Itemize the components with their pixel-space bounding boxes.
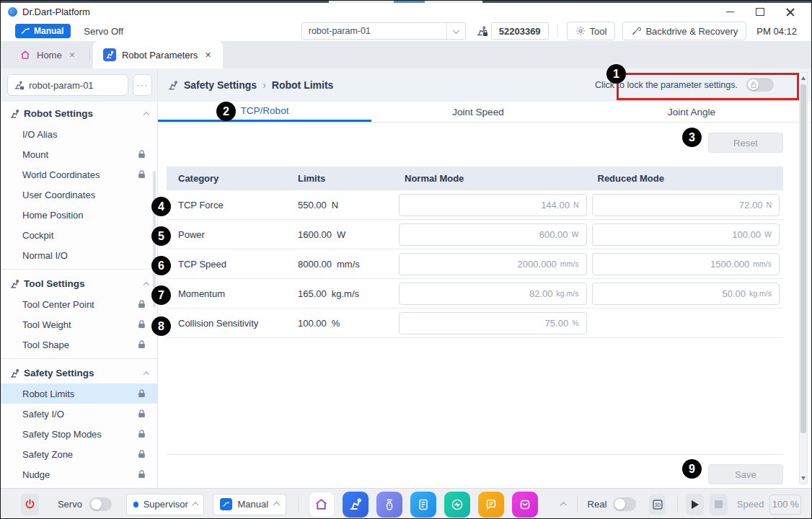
sidebar-item-safety-io[interactable]: Safety I/O bbox=[1, 404, 157, 424]
backdrive-recovery-button[interactable]: Backdrive & Recovery bbox=[622, 22, 746, 40]
app-home[interactable] bbox=[309, 492, 335, 518]
speed-value[interactable]: 100 % bbox=[769, 494, 801, 515]
sidebar-item-cockpit[interactable]: Cockpit bbox=[1, 225, 157, 245]
annotation-2: 2 bbox=[216, 102, 236, 121]
mode-select[interactable]: Manual bbox=[213, 494, 286, 515]
sidebar-item-safety-stop-modes[interactable]: Safety Stop Modes bbox=[1, 424, 157, 444]
sidebar-parameter-name[interactable]: robot-param-01 bbox=[7, 74, 128, 96]
sidebar-item-mount[interactable]: Mount bbox=[1, 144, 157, 164]
chevron-up-icon bbox=[144, 371, 149, 377]
svg-text:3D: 3D bbox=[654, 502, 661, 507]
lock-icon bbox=[138, 389, 146, 398]
reduced-mode-input[interactable]: 72.00N bbox=[592, 194, 780, 216]
maximize-button[interactable] bbox=[755, 7, 765, 17]
role-select-value: Supervisor bbox=[144, 499, 188, 510]
item-label: Home Position bbox=[22, 210, 84, 221]
sidebar-section-tool-settings[interactable]: Tool Settings bbox=[1, 272, 157, 294]
row-limit: 165.00 bbox=[298, 288, 327, 299]
reduced-mode-input[interactable]: 100.00W bbox=[592, 223, 780, 246]
item-label: Tool Shape bbox=[22, 340, 69, 350]
tab-robot-parameters[interactable]: Robot Parameters × bbox=[93, 41, 223, 68]
chevron-down-icon bbox=[446, 23, 465, 39]
normal-mode-input[interactable]: 75.00% bbox=[399, 312, 587, 334]
app-task-writer[interactable] bbox=[410, 492, 436, 518]
reset-button[interactable]: Reset bbox=[708, 133, 783, 153]
tab-joint-speed[interactable]: Joint Speed bbox=[371, 102, 585, 122]
save-button[interactable]: Save bbox=[708, 464, 783, 484]
close-button[interactable] bbox=[785, 7, 795, 17]
sidebar-item-world-coordinates[interactable]: World Coordinates bbox=[1, 164, 157, 185]
table-row-tcp-speed: TCP Speed 8000.00mm/s 2000.000mm/s 1500.… bbox=[167, 249, 783, 279]
breadcrumb-parent[interactable]: Safety Settings bbox=[184, 79, 257, 91]
annotation-7: 7 bbox=[151, 285, 171, 305]
robot-arm-icon bbox=[348, 497, 362, 511]
chevron-up-icon bbox=[192, 502, 198, 508]
app-dock bbox=[309, 492, 538, 518]
sidebar-item-tool-center-point[interactable]: Tool Center Point bbox=[1, 294, 157, 314]
sidebar-parameter-label: robot-param-01 bbox=[29, 80, 94, 91]
sidebar-item-safety-zone[interactable]: Safety Zone bbox=[1, 444, 157, 464]
lock-icon bbox=[138, 470, 146, 479]
scroll-down-icon[interactable] bbox=[801, 476, 806, 480]
play-icon bbox=[692, 500, 699, 509]
sidebar-item-tool-weight[interactable]: Tool Weight bbox=[1, 314, 157, 334]
tab-close-icon[interactable]: × bbox=[203, 48, 212, 61]
row-limit: 1600.00 bbox=[298, 229, 332, 240]
sidebar-section-robot-settings[interactable]: Robot Settings bbox=[1, 102, 157, 124]
app-monitoring[interactable] bbox=[444, 492, 470, 518]
normal-mode-input[interactable]: 82.00kg.m/s bbox=[399, 283, 587, 305]
sidebar-item-home-position[interactable]: Home Position bbox=[1, 205, 157, 225]
normal-mode-input[interactable]: 2000.000mm/s bbox=[399, 253, 587, 275]
app-window: Dr.Dart-Platform Manual Servo Off robot-… bbox=[0, 0, 812, 519]
tab-home[interactable]: Home × bbox=[9, 41, 87, 68]
app-robot-parameters[interactable] bbox=[343, 492, 369, 518]
sidebar-item-robot-limits[interactable]: Robot Limits bbox=[1, 383, 157, 404]
tab-tcp-robot[interactable]: TCP/Robot bbox=[158, 102, 371, 122]
workspace-tab-bar: Home × Robot Parameters × bbox=[1, 41, 811, 68]
tab-close-icon[interactable]: × bbox=[68, 48, 76, 61]
robot-lock-icon bbox=[14, 80, 25, 91]
parameter-select[interactable]: robot-param-01 bbox=[301, 22, 466, 40]
speed-label: Speed bbox=[737, 499, 764, 510]
app-log-message[interactable] bbox=[478, 492, 504, 518]
tool-button[interactable]: Tool bbox=[567, 22, 616, 40]
mode-indicator-button[interactable]: Manual bbox=[15, 24, 71, 38]
real-mode-toggle[interactable] bbox=[613, 497, 636, 511]
app-jog-controller[interactable] bbox=[376, 492, 402, 518]
scrollbar-thumb[interactable] bbox=[800, 84, 806, 433]
servo-toggle[interactable] bbox=[89, 497, 112, 511]
play-button[interactable] bbox=[686, 494, 704, 515]
jog-remote-icon bbox=[382, 497, 397, 512]
more-options-button[interactable]: ··· bbox=[133, 74, 152, 96]
normal-mode-input[interactable]: 600.00W bbox=[399, 223, 587, 246]
power-button[interactable] bbox=[21, 494, 39, 515]
home-icon bbox=[19, 49, 31, 61]
normal-mode-input[interactable]: 144.00N bbox=[399, 194, 587, 216]
bottom-status-bar: Servo Supervisor Manual bbox=[1, 488, 811, 519]
row-limit-unit: mm/s bbox=[337, 259, 360, 270]
role-select[interactable]: Supervisor bbox=[126, 494, 204, 515]
stop-button[interactable] bbox=[710, 494, 728, 515]
sidebar-item-user-coordinates[interactable]: User Coordinates bbox=[1, 185, 157, 205]
sidebar-item-tool-shape[interactable]: Tool Shape bbox=[1, 334, 157, 355]
vertical-scrollbar[interactable] bbox=[799, 72, 808, 484]
simulator-3d-button[interactable]: 3D bbox=[649, 494, 666, 515]
sidebar-item-io-alias[interactable]: I/O Alias bbox=[1, 124, 157, 144]
dock-collapse-icon[interactable] bbox=[560, 502, 566, 508]
sidebar-section-safety-settings[interactable]: Safety Settings bbox=[1, 361, 157, 383]
chevron-up-icon bbox=[144, 112, 149, 117]
gear-icon bbox=[575, 26, 586, 36]
scroll-up-icon[interactable] bbox=[801, 76, 806, 80]
app-store[interactable] bbox=[512, 492, 538, 518]
reduced-mode-input[interactable]: 1500.000mm/s bbox=[592, 253, 780, 275]
reduced-mode-input[interactable]: 50.00kg.m/s bbox=[592, 283, 780, 305]
sidebar-item-nudge[interactable]: Nudge bbox=[1, 464, 157, 484]
divider bbox=[557, 25, 558, 37]
robot-arm-icon bbox=[9, 109, 19, 119]
header-category: Category bbox=[167, 173, 286, 184]
title-bar: Dr.Dart-Platform bbox=[1, 3, 811, 21]
sidebar-item-normal-io[interactable]: Normal I/O bbox=[1, 245, 157, 265]
tab-joint-angle[interactable]: Joint Angle bbox=[585, 102, 798, 122]
minimize-button[interactable] bbox=[725, 7, 735, 17]
annotation-highlight-box bbox=[617, 73, 799, 100]
